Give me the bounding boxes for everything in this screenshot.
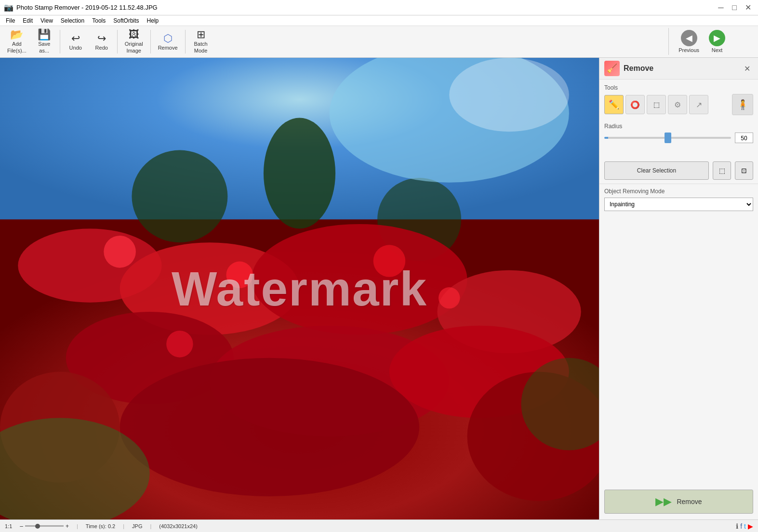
redo-button[interactable]: ↪ Redo xyxy=(89,28,114,55)
toolbar-separator-1 xyxy=(60,30,60,53)
svg-point-12 xyxy=(120,358,420,496)
toolbar-separator-4 xyxy=(185,30,186,53)
svg-point-2 xyxy=(132,150,227,243)
mode-label: Object Removing Mode xyxy=(604,188,753,195)
add-files-button[interactable]: 📂 AddFile(s)... xyxy=(3,28,31,55)
mode-section: Object Removing Mode Inpainting Content … xyxy=(599,184,758,215)
save-label: Saveas... xyxy=(38,41,50,53)
svg-point-3 xyxy=(264,118,335,229)
window-title: Photo Stamp Remover - 2019-05-12 11.52.4… xyxy=(16,4,158,11)
toolbox-panel: 🧹 Remove ✕ Tools ✏️ ⭕ ⬚ xyxy=(599,58,758,519)
radius-slider[interactable] xyxy=(604,137,731,139)
pencil-tool-button[interactable]: ✏️ xyxy=(604,95,624,114)
status-social-icons: ℹ f t ▶ xyxy=(736,522,753,530)
clear-selection-button[interactable]: Clear Selection xyxy=(604,161,709,180)
deselect-icon: ⊡ xyxy=(741,167,747,174)
magic-wand-icon: ⚙ xyxy=(674,100,681,109)
previous-button[interactable]: ◀ xyxy=(681,30,697,46)
svg-point-23 xyxy=(449,58,569,132)
batch-mode-icon: ⊞ xyxy=(197,29,205,40)
twitter-icon[interactable]: t xyxy=(744,522,746,530)
zoom-slider[interactable] xyxy=(25,525,64,527)
remove-toolbar-button[interactable]: ⬡ Remove xyxy=(154,28,182,55)
status-separator-1: | xyxy=(77,523,78,529)
maximize-button[interactable]: □ xyxy=(728,3,741,13)
zoom-minus-icon[interactable]: – xyxy=(20,523,23,530)
svg-point-18 xyxy=(439,287,460,308)
info-icon: ℹ xyxy=(736,522,738,530)
remove-arrow-icon: ▶▶ xyxy=(655,495,672,508)
title-controls: ─ □ ✕ xyxy=(715,3,754,13)
pencil-icon: ✏️ xyxy=(609,99,619,110)
arrow-tool-button[interactable]: ↗ xyxy=(689,95,708,114)
next-button[interactable]: ▶ xyxy=(709,30,725,46)
undo-button[interactable]: ↩ Undo xyxy=(63,28,88,55)
next-nav-group: ▶ Next xyxy=(705,28,729,55)
portrait-icon: 🧍 xyxy=(737,99,749,110)
radius-value: 50 xyxy=(735,133,753,143)
menu-item-view[interactable]: View xyxy=(37,16,57,25)
lasso-icon: ⭕ xyxy=(630,100,640,109)
original-image-button[interactable]: 🖼 OriginalImage xyxy=(120,28,147,55)
zoom-plus-icon[interactable]: + xyxy=(66,523,69,530)
nav-buttons: ◀ Previous ▶ Next xyxy=(668,28,729,55)
remove-section: ▶▶ Remove xyxy=(599,484,758,519)
batch-mode-button[interactable]: ⊞ BatchMode xyxy=(188,28,213,55)
canvas-area[interactable]: Watermark xyxy=(0,58,599,519)
radius-section: Radius 50 xyxy=(599,120,758,148)
title-bar: 📷 Photo Stamp Remover - 2019-05-12 11.52… xyxy=(0,0,758,15)
toolbox-title: Remove xyxy=(624,64,653,73)
undo-label: Undo xyxy=(69,45,82,51)
select-icon-button-2[interactable]: ⊡ xyxy=(735,161,753,180)
status-bar: 1:1 – + | Time (s): 0.2 | JPG | (4032x30… xyxy=(0,519,758,532)
next-label: Next xyxy=(712,47,723,53)
remove-icon: 🧹 xyxy=(604,61,620,76)
svg-point-7 xyxy=(252,224,467,335)
facebook-icon[interactable]: f xyxy=(740,522,742,530)
mode-select[interactable]: Inpainting Content Aware Fill Clone Stam… xyxy=(604,198,753,211)
svg-point-17 xyxy=(373,245,406,277)
menu-item-edit[interactable]: Edit xyxy=(19,16,37,25)
svg-point-19 xyxy=(166,331,193,357)
flower-svg xyxy=(0,58,599,519)
tools-section: Tools ✏️ ⭕ ⬚ ⚙ ↗ xyxy=(599,80,758,120)
lasso-tool-button[interactable]: ⭕ xyxy=(625,95,645,114)
remove-toolbar-label: Remove xyxy=(158,45,178,51)
rect-select-tool-button[interactable]: ⬚ xyxy=(647,95,666,114)
menu-item-softorbits[interactable]: SoftOrbits xyxy=(109,16,143,25)
save-as-button[interactable]: 💾 Saveas... xyxy=(32,28,57,55)
menu-item-file[interactable]: File xyxy=(2,16,19,25)
tools-row: ✏️ ⭕ ⬚ ⚙ ↗ 🧍 xyxy=(604,94,753,115)
undo-icon: ↩ xyxy=(71,33,80,44)
menu-item-tools[interactable]: Tools xyxy=(88,16,109,25)
clear-selection-section: Clear Selection ⬚ ⊡ xyxy=(599,158,758,184)
tools-label: Tools xyxy=(604,84,753,91)
select-icon-button-1[interactable]: ⬚ xyxy=(713,161,731,180)
remove-btn-label: Remove xyxy=(677,498,702,505)
menu-item-selection[interactable]: Selection xyxy=(57,16,88,25)
original-image-label: OriginalImage xyxy=(125,41,143,53)
toolbar: 📂 AddFile(s)... 💾 Saveas... ↩ Undo ↪ Red… xyxy=(0,26,758,58)
menu-item-help[interactable]: Help xyxy=(143,16,163,25)
app-icon: 📷 xyxy=(4,3,13,12)
previous-nav-group: ◀ Previous xyxy=(675,28,703,55)
minimize-button[interactable]: ─ xyxy=(715,3,727,13)
youtube-icon[interactable]: ▶ xyxy=(748,522,753,530)
zoom-control: 1:1 xyxy=(5,523,12,529)
toolbox-header: 🧹 Remove ✕ xyxy=(599,58,758,80)
title-bar-left: 📷 Photo Stamp Remover - 2019-05-12 11.52… xyxy=(4,3,158,12)
remove-button[interactable]: ▶▶ Remove xyxy=(604,490,753,514)
close-button[interactable]: ✕ xyxy=(742,3,754,13)
portrait-button[interactable]: 🧍 xyxy=(732,94,753,115)
status-time: Time (s): 0.2 xyxy=(86,523,115,529)
status-format: JPG xyxy=(132,523,142,529)
toolbox-close-button[interactable]: ✕ xyxy=(741,63,753,74)
magic-wand-tool-button[interactable]: ⚙ xyxy=(668,95,687,114)
remove-toolbar-icon: ⬡ xyxy=(163,33,173,44)
toolbar-separator-3 xyxy=(150,30,151,53)
toolbox-flex-spacer xyxy=(599,215,758,484)
photo-display: Watermark xyxy=(0,58,599,519)
redo-label: Redo xyxy=(95,45,108,51)
redo-icon: ↪ xyxy=(97,33,106,44)
select-all-icon: ⬚ xyxy=(719,167,725,174)
